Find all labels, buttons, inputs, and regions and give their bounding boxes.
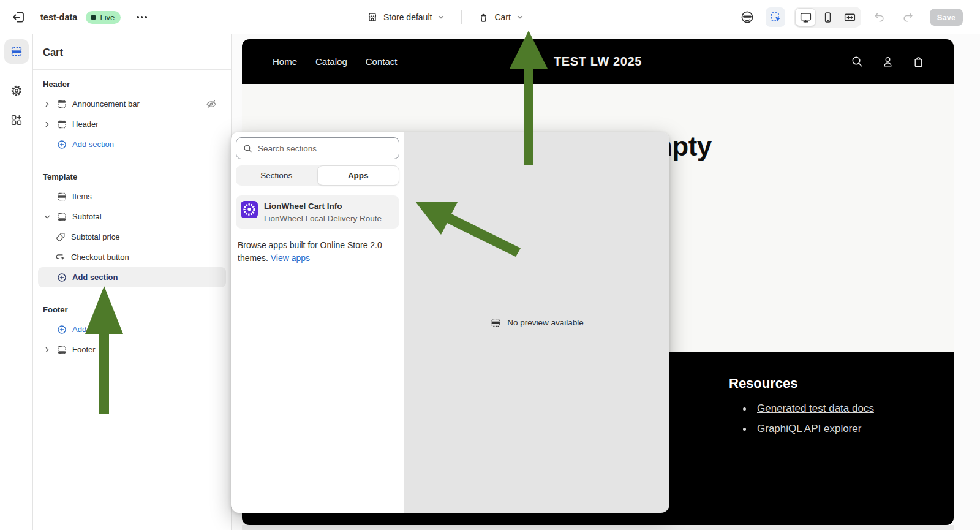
list-item: GraphiQL API explorer xyxy=(743,423,874,435)
search-icon xyxy=(243,143,253,154)
redo-icon xyxy=(902,11,914,23)
rail-sections-tab[interactable] xyxy=(4,39,29,64)
view-apps-link[interactable]: View apps xyxy=(271,253,310,263)
eye-slash-icon xyxy=(205,98,217,110)
section-row-footer[interactable]: Footer xyxy=(38,339,226,360)
section-icon xyxy=(56,119,67,130)
section-icon xyxy=(56,344,67,355)
block-row-checkout-button[interactable]: Checkout button xyxy=(38,247,226,267)
group-header: Header Announcement bar xyxy=(33,70,231,162)
block-row-subtotal-price[interactable]: $ Subtotal price xyxy=(38,227,226,247)
sections-icon xyxy=(10,45,23,58)
exit-editor-button[interactable] xyxy=(9,7,28,27)
topbar: test-data Live Store default xyxy=(0,0,980,34)
mobile-view-button[interactable] xyxy=(817,8,838,26)
tab-apps[interactable]: Apps xyxy=(317,165,400,186)
add-section-list-pane: Sections Apps LionWheel Cart Info LionWh… xyxy=(231,132,404,513)
desktop-view-button[interactable] xyxy=(795,8,816,26)
section-icon xyxy=(490,317,502,328)
no-preview-message: No preview available xyxy=(490,317,584,328)
app-subtitle: LionWheel Local Delivery Route xyxy=(264,214,382,223)
group-template: Template Items xyxy=(33,162,231,295)
search-sections-box xyxy=(236,137,399,159)
preview-bottom-strip xyxy=(242,525,954,530)
section-preview-pane: No preview available xyxy=(404,132,669,513)
fullwidth-view-button[interactable] xyxy=(839,8,860,26)
redo-button[interactable] xyxy=(898,7,918,27)
undo-button[interactable] xyxy=(870,7,889,27)
app-item-lionwheel[interactable]: LionWheel Cart Info LionWheel Local Deli… xyxy=(236,195,399,229)
footer-link-graphiql[interactable]: GraphiQL API explorer xyxy=(757,423,861,435)
price-tag-icon: $ xyxy=(55,232,66,243)
panel-page-title: Cart xyxy=(33,34,231,69)
group-footer: Footer Add section xyxy=(33,295,231,367)
list-item: Generated test data docs xyxy=(743,403,874,415)
bullet-icon xyxy=(743,428,746,431)
section-row-announcement-bar[interactable]: Announcement bar xyxy=(38,94,226,114)
page-selector[interactable]: Cart xyxy=(478,12,524,23)
bullet-icon xyxy=(743,407,746,411)
theme-editor: test-data Live Store default xyxy=(0,0,980,530)
store-title: TEST LW 2025 xyxy=(554,55,642,69)
visibility-hidden-toggle[interactable] xyxy=(205,98,217,112)
section-row-subtotal[interactable]: Subtotal xyxy=(38,206,226,227)
fullwidth-icon xyxy=(843,11,856,24)
live-badge: Live xyxy=(86,11,121,24)
store-nav-catalog[interactable]: Catalog xyxy=(315,56,347,67)
plus-circle-icon xyxy=(56,139,67,150)
store-account-icon[interactable] xyxy=(881,55,895,69)
button-cursor-icon xyxy=(55,252,66,263)
preview-incognito-button[interactable] xyxy=(737,7,757,27)
add-section-button-header[interactable]: Add section xyxy=(38,134,226,154)
device-preview-switcher xyxy=(794,7,861,28)
theme-title: test-data xyxy=(40,12,77,22)
chevron-right-icon[interactable] xyxy=(43,120,51,129)
section-icon xyxy=(56,191,67,202)
chevron-right-icon[interactable] xyxy=(43,346,51,354)
plus-circle-icon xyxy=(56,272,67,283)
chevron-down-icon[interactable] xyxy=(43,213,51,221)
desktop-icon xyxy=(799,11,812,24)
store-icon xyxy=(366,11,379,23)
add-section-button-footer[interactable]: Add section xyxy=(38,319,226,339)
exit-icon xyxy=(11,10,26,25)
gear-icon xyxy=(10,84,23,97)
apps-icon xyxy=(10,113,23,127)
store-selector[interactable]: Store default xyxy=(366,11,445,23)
inspector-button[interactable] xyxy=(766,7,785,27)
chevron-right-icon[interactable] xyxy=(43,100,51,108)
rail-theme-settings-tab[interactable] xyxy=(4,78,29,103)
mobile-icon xyxy=(821,11,834,24)
plus-circle-icon xyxy=(56,324,67,335)
undo-icon xyxy=(873,11,886,23)
live-dot-icon xyxy=(91,15,96,20)
store-nav-home[interactable]: Home xyxy=(273,56,297,67)
footer-link-test-data-docs[interactable]: Generated test data docs xyxy=(757,403,874,415)
sections-apps-tabs: Sections Apps xyxy=(236,165,399,186)
section-row-header[interactable]: Header xyxy=(38,114,226,134)
divider xyxy=(461,10,462,24)
inspector-icon xyxy=(769,11,782,24)
section-icon xyxy=(56,99,67,110)
tab-sections[interactable]: Sections xyxy=(236,165,317,186)
save-button[interactable]: Save xyxy=(930,9,963,26)
search-sections-input[interactable] xyxy=(258,144,380,153)
more-actions-button[interactable] xyxy=(137,16,147,18)
rail-app-embeds-tab[interactable] xyxy=(4,108,29,132)
app-title: LionWheel Cart Info xyxy=(264,202,382,211)
add-section-popover: Sections Apps LionWheel Cart Info LionWh… xyxy=(231,132,669,513)
store-nav-contact[interactable]: Contact xyxy=(366,56,398,67)
store-header: Home Catalog Contact TEST LW 2025 xyxy=(242,39,954,84)
chevron-down-icon xyxy=(437,13,445,21)
add-section-button-template[interactable]: Add section xyxy=(38,267,226,287)
section-row-items[interactable]: Items xyxy=(38,186,226,206)
store-cart-icon[interactable] xyxy=(911,55,925,69)
store-search-icon[interactable] xyxy=(850,55,864,69)
bag-icon xyxy=(478,12,489,23)
section-icon xyxy=(56,211,67,222)
incognito-face-icon xyxy=(740,10,755,25)
footer-links: Generated test data docs GraphiQL API ex… xyxy=(743,403,874,443)
footer-heading: Resources xyxy=(729,376,798,392)
chevron-down-icon xyxy=(516,13,524,21)
lionwheel-app-icon xyxy=(241,201,258,218)
